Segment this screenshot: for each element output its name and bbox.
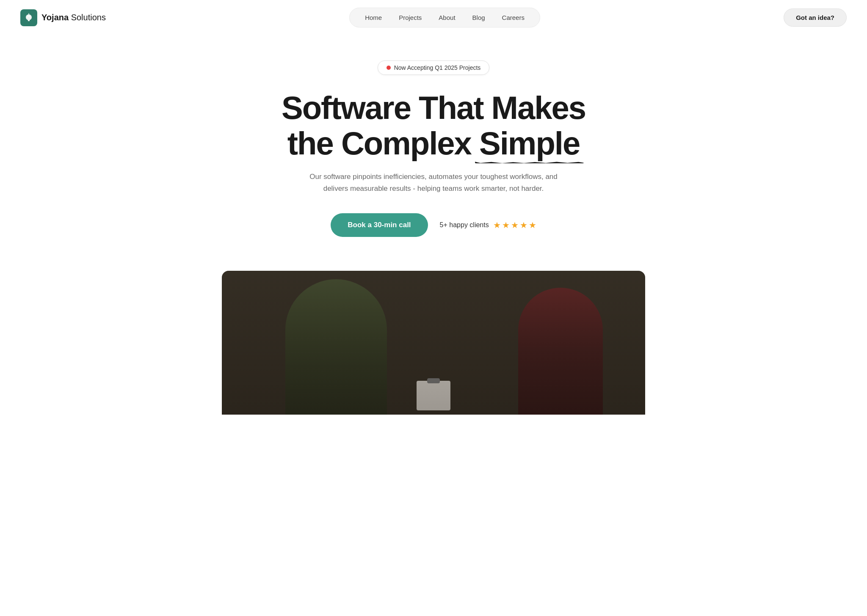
star-1: ★ bbox=[493, 220, 501, 230]
hero-section: Now Accepting Q1 2025 Projects Software … bbox=[0, 35, 867, 254]
photo-dark-overlay bbox=[222, 271, 645, 415]
navbar: Yojana Solutions Home Projects About Blo… bbox=[0, 0, 867, 35]
clients-label: 5+ happy clients bbox=[440, 221, 489, 229]
star-2: ★ bbox=[502, 220, 510, 230]
hero-actions: Book a 30-min call 5+ happy clients ★ ★ … bbox=[331, 213, 536, 237]
logo-area: Yojana Solutions bbox=[20, 9, 106, 26]
status-dot-icon bbox=[387, 66, 391, 70]
yojana-logo-icon bbox=[20, 9, 37, 26]
got-idea-button[interactable]: Got an idea? bbox=[784, 8, 847, 27]
nav-link-projects[interactable]: Projects bbox=[392, 11, 428, 24]
book-call-button[interactable]: Book a 30-min call bbox=[331, 213, 428, 237]
nav-link-home[interactable]: Home bbox=[358, 11, 389, 24]
nav-link-blog[interactable]: Blog bbox=[466, 11, 492, 24]
brand-name: Yojana Solutions bbox=[41, 13, 106, 22]
star-5: ★ bbox=[529, 220, 536, 230]
nav-links-container: Home Projects About Blog Careers bbox=[349, 8, 540, 28]
nav-link-careers[interactable]: Careers bbox=[495, 11, 531, 24]
status-badge-text: Now Accepting Q1 2025 Projects bbox=[394, 64, 481, 71]
hero-title-underline-word: Simple bbox=[479, 126, 580, 161]
hero-image-section bbox=[188, 271, 679, 415]
star-4: ★ bbox=[520, 220, 527, 230]
hero-photo-container bbox=[222, 271, 645, 415]
star-3: ★ bbox=[511, 220, 519, 230]
hero-subtitle: Our software pinpoints inefficiencies, a… bbox=[298, 171, 569, 195]
hero-title: Software That Makes the Complex Simple bbox=[282, 90, 585, 161]
happy-clients-area: 5+ happy clients ★ ★ ★ ★ ★ bbox=[440, 220, 536, 230]
nav-link-about[interactable]: About bbox=[432, 11, 462, 24]
status-badge: Now Accepting Q1 2025 Projects bbox=[378, 60, 490, 75]
star-rating: ★ ★ ★ ★ ★ bbox=[493, 220, 536, 230]
